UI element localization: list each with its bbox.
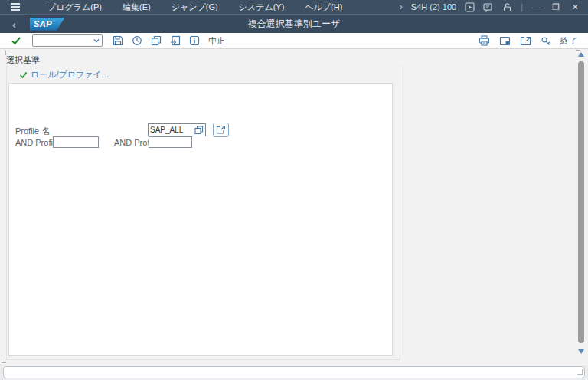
- menu-items: プログラム(P) 編集(E) ジャンプ(G) システム(Y) ヘルプ(H): [47, 2, 342, 13]
- command-field[interactable]: [32, 34, 103, 47]
- and-profile-1-label: AND Profil.: [15, 138, 57, 147]
- selection-criteria-group: ロール/プロファイ... Profile 名 AND Profil. AND P…: [6, 66, 400, 360]
- status-bar: [0, 365, 588, 380]
- boxed-play-icon[interactable]: [465, 2, 475, 12]
- multiple-selection-icon: [216, 125, 226, 135]
- status-message-field: [3, 366, 585, 378]
- screen-title: 複合選択基準別ユーザ: [0, 18, 588, 31]
- tab-check-icon: [19, 71, 28, 79]
- print-icon[interactable]: [479, 35, 490, 46]
- enter-check-button[interactable]: [11, 36, 21, 45]
- menu-edit[interactable]: 編集(E): [122, 2, 151, 13]
- unlock-icon[interactable]: [502, 2, 512, 12]
- sap-gui-window: プログラム(P) 編集(E) ジャンプ(G) システム(Y) ヘルプ(H) › …: [0, 0, 588, 380]
- selection-criteria-group-title: 選択基準: [6, 54, 40, 66]
- menu-help[interactable]: ヘルプ(H): [305, 2, 342, 13]
- hamburger-menu-icon[interactable]: [11, 3, 20, 11]
- profile-name-input[interactable]: [149, 126, 192, 134]
- profile-name-label: Profile 名: [15, 126, 50, 137]
- new-session-icon[interactable]: [499, 36, 511, 46]
- tab-label: ロール/プロファイ...: [31, 69, 109, 80]
- and-profile-2-input[interactable]: [149, 136, 192, 148]
- system-session-info: S4H (2) 100: [411, 2, 456, 11]
- close-button[interactable]: ✕: [570, 2, 580, 12]
- toolbar-left-icons: 中止: [113, 35, 225, 47]
- role-profile-tab-panel: Profile 名 AND Profil. AND Profil.: [8, 83, 393, 356]
- screen-body: 選択基準 ロール/プロファイ... Profile 名: [0, 49, 588, 365]
- copy-icon[interactable]: [151, 35, 162, 46]
- scroll-down-icon[interactable]: [578, 349, 584, 354]
- separator: |: [521, 2, 523, 11]
- dialog-window-icon[interactable]: [483, 2, 494, 12]
- import-icon[interactable]: [170, 35, 181, 46]
- shortcut-key-icon[interactable]: [541, 36, 551, 46]
- exit-button[interactable]: 終了: [560, 35, 577, 47]
- menu-goto[interactable]: ジャンプ(G): [172, 2, 218, 13]
- chevron-down-icon[interactable]: [93, 38, 100, 44]
- menu-program[interactable]: プログラム(P): [47, 2, 102, 13]
- open-window-icon[interactable]: [520, 36, 531, 46]
- command-input[interactable]: [33, 36, 93, 45]
- application-toolbar: 中止 終了: [0, 33, 588, 49]
- clock-icon[interactable]: [132, 35, 142, 46]
- resize-grip[interactable]: [577, 369, 583, 375]
- menu-bar: プログラム(P) 編集(E) ジャンプ(G) システム(Y) ヘルプ(H) › …: [0, 0, 588, 15]
- menu-system[interactable]: システム(Y): [239, 2, 285, 13]
- sap-logo: SAP: [30, 18, 65, 31]
- cancel-button[interactable]: 中止: [208, 35, 225, 47]
- minimize-button[interactable]: —: [531, 2, 542, 11]
- maximize-button[interactable]: ❐: [550, 2, 561, 12]
- profile-name-field[interactable]: [148, 123, 206, 136]
- value-help-icon[interactable]: [192, 124, 205, 136]
- toolbar-right-icons: 終了: [479, 35, 588, 47]
- save-icon[interactable]: [113, 35, 123, 46]
- multiple-selection-button[interactable]: [213, 123, 229, 137]
- info-icon[interactable]: [189, 35, 200, 46]
- back-button[interactable]: ‹: [12, 18, 16, 30]
- overflow-chevron-icon[interactable]: ›: [400, 2, 403, 12]
- title-bar: ‹ SAP 複合選択基準別ユーザ: [0, 15, 588, 33]
- and-profile-1-input[interactable]: [53, 136, 99, 148]
- vertical-scrollbar[interactable]: [577, 49, 586, 363]
- scrollbar-thumb[interactable]: [578, 61, 584, 343]
- tabstrip: ロール/プロファイ...: [7, 66, 400, 83]
- scroll-up-icon[interactable]: [578, 52, 584, 57]
- tab-role-profile[interactable]: ロール/プロファイ...: [17, 67, 111, 84]
- menu-bar-right: › S4H (2) 100 | — ❐ ✕: [400, 2, 588, 12]
